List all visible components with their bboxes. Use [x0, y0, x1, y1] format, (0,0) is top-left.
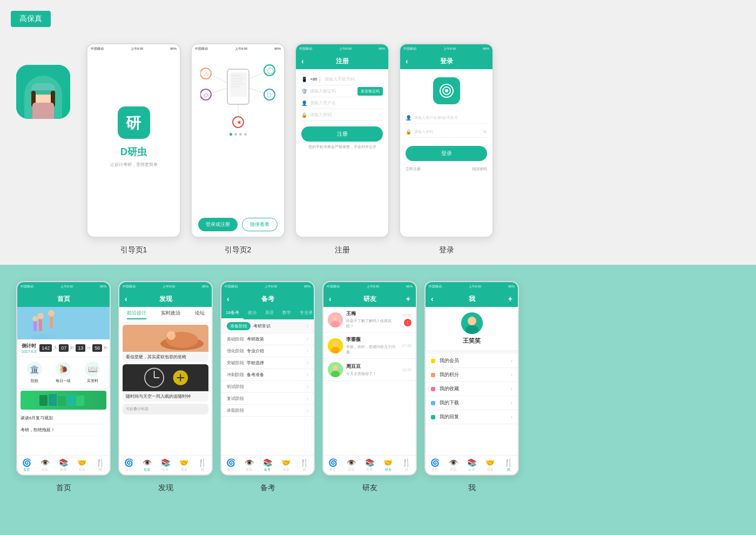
tab-discover-fr[interactable]: 👁️ 发现	[347, 458, 356, 472]
login-user-icon: 👤	[406, 115, 412, 121]
profile-back[interactable]: ‹	[431, 295, 434, 303]
forgot-link[interactable]: 找回密码	[472, 166, 487, 172]
menu-vip-chevron: ›	[511, 358, 512, 364]
exam-tab-politics[interactable]: 政治	[244, 307, 261, 319]
tab-home-pr[interactable]: 🌀 首页	[430, 458, 440, 472]
tab-friends-pr[interactable]: 🤝 研友	[485, 458, 495, 472]
me-text-exam: 我	[303, 467, 306, 472]
tab-exam[interactable]: 📚 备考	[59, 458, 68, 472]
tab-me-disc[interactable]: 🍴 我	[198, 458, 207, 472]
tab-friends-disc[interactable]: 🤝 研友	[179, 458, 188, 472]
phone-field[interactable]: 📱 +86 请输入手机号码	[301, 73, 383, 85]
exam-tab-english[interactable]: 英语	[261, 307, 278, 319]
tab-discover-pr[interactable]: 👁️ 发现	[449, 458, 458, 472]
chat-item-1[interactable]: 王梅 你是不了解了解吗？你就说吧？ 20:50 1	[323, 307, 416, 333]
tab-exam-disc[interactable]: 📚 备考	[161, 458, 170, 472]
menu-dl-chevron: ›	[511, 400, 512, 406]
friends-back[interactable]: ‹	[329, 295, 332, 303]
exam-phase-8[interactable]: 录取阶段 ›	[221, 405, 314, 417]
menu-item-replies[interactable]: 我的回复 ›	[426, 410, 518, 424]
tab-exam-exam[interactable]: 📚 备考	[263, 458, 272, 472]
me-icon-fr: 🍴	[402, 458, 411, 467]
tab-home-fr[interactable]: 🌀 首页	[328, 458, 338, 472]
login-submit-btn[interactable]: 登录	[406, 146, 487, 161]
disc-card-3[interactable]: 可折叠计时器	[123, 404, 208, 414]
exam-phase-1[interactable]: 准备阶段 考研常识 ›	[221, 319, 314, 333]
menu-item-vip[interactable]: 我的会员 ›	[426, 354, 518, 368]
back-arrow-reg[interactable]: ‹	[301, 57, 304, 65]
menu-item-favorites[interactable]: 我的收藏 ›	[426, 382, 518, 396]
disc-tab-forum[interactable]: 论坛	[195, 310, 205, 319]
tab-me-pr[interactable]: 🍴 我	[504, 458, 513, 472]
tab-friends-exam[interactable]: 🤝 研友	[281, 458, 291, 472]
chat-item-2[interactable]: 李蔷薇 学姐，你好，想请问你几个问题。 17:30	[323, 333, 416, 359]
exam-phase-7[interactable]: 复试阶段 ›	[221, 393, 314, 405]
tab-me-fr[interactable]: 🍴 我	[402, 458, 411, 472]
exam-phase-6[interactable]: 初试阶段 ›	[221, 381, 314, 393]
friends-plus-btn[interactable]: +	[406, 295, 410, 303]
login-logo	[433, 77, 460, 104]
guide2-screen: 中国移动 上午9:50 98%	[192, 44, 284, 237]
back-arrow-login[interactable]: ‹	[406, 57, 408, 65]
exam-tab-major[interactable]: 专业课	[295, 307, 314, 319]
login-username-field[interactable]: 👤 请输入用户名/邮箱/手机号	[406, 112, 487, 124]
article-2[interactable]: 考研，拒绝拖延！	[21, 424, 106, 436]
exam-tab-main[interactable]: 18备考	[221, 307, 244, 319]
disc-card-2[interactable]: 随时间与天空一同入眠的追随时钟	[123, 364, 208, 402]
tab-discover[interactable]: 👁️ 发现	[40, 458, 50, 472]
menu-item-points[interactable]: 我的积分 ›	[426, 368, 518, 382]
friends-text-exam: 研友	[283, 467, 289, 472]
tab-me-exam[interactable]: 🍴 我	[300, 458, 309, 472]
tab-discover-disc[interactable]: 👁️ 发现	[143, 458, 152, 472]
tab-exam-fr[interactable]: 📚 备考	[365, 458, 374, 472]
svg-line-11	[249, 88, 265, 93]
exam-tab-math[interactable]: 数学	[278, 307, 295, 319]
verify-field[interactable]: 🛡️ 请输入验证码 发送验证码	[301, 85, 383, 97]
home-icon-buy[interactable]: 📖 买资料	[85, 362, 100, 384]
login-register-btn[interactable]: 登录或注册	[198, 218, 238, 231]
tab-discover-exam[interactable]: 👁️ 发现	[245, 458, 254, 472]
browse-btn[interactable]: 随便看看	[242, 218, 278, 231]
exam-back[interactable]: ‹	[227, 295, 230, 303]
svg-rect-6	[231, 83, 245, 85]
menu-item-downloads[interactable]: 我的下载 ›	[426, 396, 518, 410]
tab-exam-pr[interactable]: 📚 备考	[467, 458, 476, 472]
svg-text:△: △	[204, 70, 208, 76]
register-link[interactable]: 立即注册	[406, 166, 421, 172]
tab-home[interactable]: 🌀 首页	[22, 458, 31, 472]
login-password-placeholder: 请输入密码	[414, 129, 481, 135]
exam-phase-3[interactable]: 强化阶段 专业介绍 ›	[221, 345, 314, 357]
disc-card-1[interactable]: 看似坚硬，其实柔软包容的坐椅	[123, 325, 208, 362]
register-nav: ‹ 注册	[296, 53, 388, 69]
home-icon-daily[interactable]: 🐌 每日一练	[56, 362, 71, 384]
tab-me[interactable]: 🍴 我	[96, 458, 105, 472]
login-content: 👤 请输入用户名/邮箱/手机号 🔒 请输入密码 ✕ 登录 立即注册	[400, 69, 492, 180]
article-1[interactable]: 谈谈6月复习规划	[21, 412, 106, 424]
tab-home-exam[interactable]: 🌀 首页	[226, 458, 235, 472]
exam-phase-2[interactable]: 基础阶段 考研政策 ›	[221, 333, 314, 345]
chat-item-3[interactable]: 周豆豆 今天太苦恼你了！ 10:25	[323, 359, 416, 381]
send-code-btn[interactable]: 发送验证码	[357, 87, 383, 96]
home-icon-school[interactable]: 🏛️ 院校	[27, 362, 42, 384]
eye-icon[interactable]: ⋯	[378, 112, 383, 118]
username-field[interactable]: 👤 请输入用户名	[301, 97, 383, 109]
login-links: 立即注册 找回密码	[406, 166, 487, 172]
register-label: 注册	[335, 245, 350, 255]
profile-label: 我	[468, 483, 476, 493]
menu-fav-label: 我的收藏	[440, 385, 459, 392]
exam-phase-5[interactable]: 冲刺阶段 备考准备 ›	[221, 369, 314, 381]
login-password-field[interactable]: 🔒 请输入密码 ✕	[406, 126, 487, 138]
disc-tab-design[interactable]: 前沿设计	[127, 310, 146, 319]
register-submit-btn[interactable]: 注册	[301, 126, 383, 142]
disc-tab-politics[interactable]: 实时政治	[161, 310, 180, 319]
password-field[interactable]: 🔒 请输入密码 ⋯	[301, 109, 383, 121]
tab-home-disc[interactable]: 🌀 首页	[124, 458, 133, 472]
login-eye-icon[interactable]: ✕	[483, 129, 487, 135]
tab-friends-fr[interactable]: 🤝 研友	[383, 458, 393, 472]
exam-phase-4[interactable]: 突破阶段 学校选择 ›	[221, 357, 314, 369]
seconds-box: 56	[92, 344, 102, 352]
disc-back[interactable]: ‹	[125, 295, 127, 303]
guide1-slogan: 让设计考研，变得更简单	[110, 162, 158, 168]
tab-friends[interactable]: 🤝 研友	[77, 458, 86, 472]
profile-plus-btn[interactable]: +	[508, 295, 512, 303]
